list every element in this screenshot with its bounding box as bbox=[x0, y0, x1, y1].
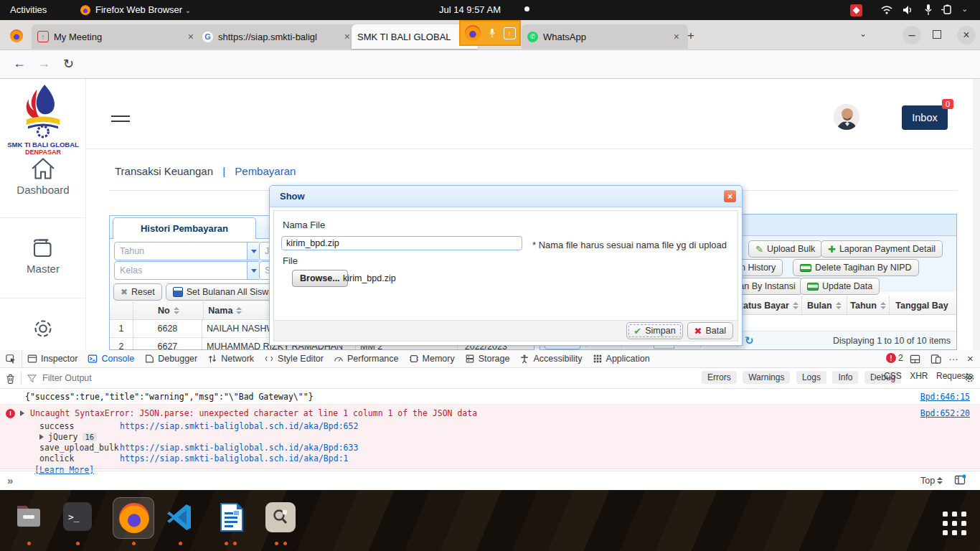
breadcrumb-pembayaran[interactable]: Pembayaran bbox=[235, 165, 296, 177]
devtools-meatball-menu[interactable]: … bbox=[948, 351, 959, 362]
filter-info-button[interactable]: Info bbox=[832, 371, 858, 384]
new-tab-button[interactable]: + bbox=[687, 29, 694, 43]
dock-files-icon[interactable] bbox=[13, 501, 44, 535]
devtools-tab-debugger[interactable]: Debugger bbox=[139, 350, 202, 367]
dialog-close-icon[interactable]: × bbox=[724, 190, 736, 202]
tab-list-chevron-icon[interactable]: ⌄ bbox=[859, 29, 867, 39]
delete-tagihan-by-nipd-button[interactable]: Delete Tagihan By NIPD bbox=[793, 259, 919, 276]
refresh-icon[interactable]: ↻ bbox=[745, 334, 754, 347]
devtools-tab-memory[interactable]: Memory bbox=[404, 350, 460, 367]
devtools-tab-accessibility[interactable]: Accessibility bbox=[514, 350, 587, 367]
stack-frame[interactable]: save_upload_bulk https://siap.smkti-bali… bbox=[0, 443, 980, 453]
clock[interactable]: Jul 14 9:57 AM bbox=[439, 4, 501, 15]
user-avatar[interactable] bbox=[834, 104, 859, 130]
devtools-tab-console[interactable]: Console bbox=[83, 350, 139, 367]
laporan-payment-detail-button[interactable]: ✚Laporan Payment Detail bbox=[821, 240, 943, 258]
system-menu-chevron-icon[interactable]: ⌄ bbox=[961, 4, 968, 14]
split-console-icon[interactable] bbox=[910, 354, 920, 364]
filter-logs-button[interactable]: Logs bbox=[796, 371, 826, 384]
col-tahun2[interactable]: Tahun bbox=[847, 296, 890, 314]
filter-warnings-button[interactable]: Warnings bbox=[743, 371, 790, 384]
devtools-tab-network[interactable]: Network bbox=[202, 350, 259, 367]
breadcrumb-transaksi[interactable]: Transaksi Keuangan bbox=[115, 165, 213, 177]
filter-css-button[interactable]: CSS bbox=[881, 369, 905, 382]
dialog-titlebar[interactable]: Show × bbox=[270, 186, 742, 207]
col-bulan[interactable]: Bulan bbox=[802, 296, 847, 314]
stack-frame[interactable]: success https://siap.smkti-baliglobal.sc… bbox=[0, 421, 980, 431]
col-no[interactable]: No bbox=[133, 302, 204, 319]
console-settings-gear-icon[interactable] bbox=[964, 372, 975, 383]
stack-frame[interactable]: jQuery 16 bbox=[0, 432, 980, 442]
devtools-close-icon[interactable]: × bbox=[967, 352, 974, 364]
microphone-icon[interactable] bbox=[924, 4, 933, 16]
page-hamburger-button[interactable] bbox=[111, 112, 130, 126]
console-input-row[interactable]: » Top bbox=[0, 471, 980, 489]
batal-button[interactable]: ✖Batal bbox=[687, 322, 733, 339]
console-log-row[interactable]: {"success":true,"title":"warning","msg":… bbox=[0, 389, 980, 405]
tab-siap-google[interactable]: G shttps://siap.smkti-baligl × bbox=[197, 24, 359, 49]
dock-vscode-icon[interactable] bbox=[165, 502, 195, 535]
set-bulanan-all-siswa-button[interactable]: Set Bulanan All Siswa bbox=[166, 283, 281, 301]
stack-location-link[interactable]: https://siap.smkti-baliglobal.sch.id/aka… bbox=[120, 443, 358, 453]
screenshare-tray-icon[interactable] bbox=[850, 4, 862, 17]
devtools-tab-performance[interactable]: Performance bbox=[329, 350, 404, 367]
page-scrollbar[interactable] bbox=[973, 79, 980, 350]
console-error-row[interactable]: ! Uncaught SyntaxError: JSON.parse: unex… bbox=[0, 406, 980, 420]
expand-arrow-icon[interactable] bbox=[20, 410, 24, 416]
filter-errors-button[interactable]: Errors bbox=[702, 371, 737, 384]
activities-button[interactable]: Activities bbox=[10, 4, 47, 15]
dock-writer-icon[interactable] bbox=[215, 501, 247, 537]
reload-button[interactable]: ↻ bbox=[63, 56, 74, 72]
tab-close-icon[interactable]: × bbox=[185, 31, 197, 42]
tab-close-icon[interactable]: × bbox=[671, 31, 682, 42]
stack-location-link[interactable]: https://siap.smkti-baliglobal.sch.id/aka… bbox=[120, 421, 358, 431]
devtools-error-count[interactable]: ! 2 bbox=[886, 353, 903, 363]
evaluation-context-selector[interactable]: Top bbox=[920, 476, 943, 486]
window-close-button[interactable]: × bbox=[957, 26, 976, 44]
sidebar-toggle-icon[interactable] bbox=[954, 474, 966, 488]
stack-location-link[interactable]: https://siap.smkti-baliglobal.sch.id/aka… bbox=[120, 453, 349, 463]
tab-histori-pembayaran[interactable]: Histori Pembayaran bbox=[113, 217, 256, 239]
app-menu-button[interactable]: Firefox Web Browser ⌄ bbox=[95, 4, 191, 15]
simpan-button[interactable]: ✔Simpan bbox=[626, 322, 682, 339]
col-tanggal-bayar[interactable]: Tanggal Bay bbox=[890, 296, 956, 314]
forward-button[interactable]: → bbox=[37, 56, 50, 71]
filter-tahun-combobox[interactable]: Tahun bbox=[114, 242, 261, 260]
log-source-link[interactable]: Bpd:646:15 bbox=[920, 392, 970, 402]
window-minimize-button[interactable]: – bbox=[903, 26, 921, 44]
error-source-link[interactable]: Bpd:652:20 bbox=[920, 408, 970, 418]
pick-element-button[interactable] bbox=[0, 350, 22, 367]
wifi-icon[interactable] bbox=[881, 5, 892, 15]
volume-icon[interactable] bbox=[903, 5, 914, 15]
inbox-button[interactable]: Inbox 0 bbox=[902, 105, 948, 130]
browse-button[interactable]: Browse... bbox=[292, 270, 348, 287]
filter-kelas-combobox[interactable]: Kelas bbox=[114, 261, 261, 280]
expand-arrow-icon[interactable] bbox=[39, 434, 44, 440]
filter-xhr-button[interactable]: XHR bbox=[907, 369, 930, 382]
sharing-indicator-overlay[interactable]: ↑ bbox=[459, 20, 521, 46]
clear-console-icon[interactable] bbox=[6, 373, 15, 384]
devtools-tab-inspector[interactable]: Inspector bbox=[22, 350, 83, 367]
window-maximize-button[interactable] bbox=[933, 30, 941, 39]
upload-bulk-button[interactable]: ✎Upload Bulk bbox=[748, 240, 822, 258]
tab-my-meeting[interactable]: ↑ My Meeting × bbox=[32, 24, 202, 49]
filter-output-input[interactable] bbox=[41, 372, 259, 384]
devtools-tab-storage[interactable]: Storage bbox=[460, 350, 515, 367]
reset-button[interactable]: ✖Reset bbox=[113, 283, 162, 301]
sidebar-item-dashboard[interactable]: Dashboard bbox=[0, 156, 86, 196]
devtools-tab-application[interactable]: Application bbox=[588, 350, 655, 367]
dock-screenshot-icon[interactable] bbox=[265, 502, 296, 532]
sidebar-item-settings[interactable] bbox=[30, 316, 56, 344]
devtools-tab-style-editor[interactable]: Style Editor bbox=[259, 350, 329, 367]
nama-file-input[interactable] bbox=[281, 236, 522, 250]
sidebar-item-master[interactable]: Master bbox=[0, 235, 86, 275]
dock-terminal-icon[interactable]: >_ bbox=[63, 502, 92, 531]
stack-frame[interactable]: onclick https://siap.smkti-baliglobal.sc… bbox=[0, 453, 980, 463]
responsive-mode-icon[interactable] bbox=[930, 354, 941, 364]
update-data-button[interactable]: Update Data bbox=[800, 278, 880, 295]
back-button[interactable]: ← bbox=[13, 56, 26, 71]
show-applications-icon[interactable] bbox=[941, 510, 969, 537]
tab-whatsapp[interactable]: ✆ WhatsApp × bbox=[522, 24, 688, 49]
dock-firefox-icon[interactable] bbox=[119, 503, 149, 533]
battery-icon[interactable] bbox=[941, 4, 957, 15]
